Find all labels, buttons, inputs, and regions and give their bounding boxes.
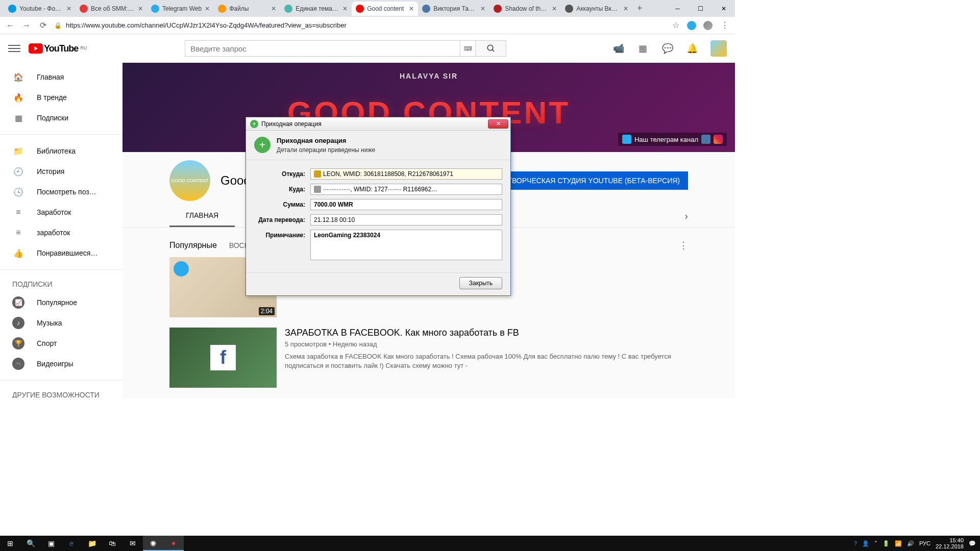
browser-tab[interactable]: Файлы✕ xyxy=(214,2,280,16)
play-icon xyxy=(29,43,43,54)
new-tab-button[interactable]: + xyxy=(632,2,647,16)
history-icon: 🕘 xyxy=(12,167,24,177)
sidebar-item-watchlater[interactable]: 🕓Посмотреть поз… xyxy=(0,182,122,202)
video-description: Схема заработка в FACEBOOK Как много зар… xyxy=(285,352,688,370)
telegram-icon xyxy=(174,261,189,277)
label-from: Откуда: xyxy=(254,168,305,178)
browser-tab-active[interactable]: Good content✕ xyxy=(352,2,418,16)
gamepad-icon: 🎮 xyxy=(12,358,24,370)
dialog-titlebar[interactable]: + Приходная операция ✕ xyxy=(246,117,510,131)
lock-icon: 🔒 xyxy=(54,22,62,29)
menu-icon[interactable]: ⋮ xyxy=(720,20,730,30)
field-to[interactable]: ················, WMID: 1727········ R11… xyxy=(310,184,502,195)
url-input[interactable]: 🔒 https://www.youtube.com/channel/UCcpWJ… xyxy=(54,21,665,29)
sidebar-item-playlist[interactable]: ≡заработок xyxy=(0,222,122,243)
webmoney-dialog: + Приходная операция ✕ + Приходная опера… xyxy=(246,117,511,296)
dialog-close-button[interactable]: ✕ xyxy=(488,119,508,129)
tab-close-icon[interactable]: ✕ xyxy=(552,5,557,12)
field-date[interactable]: 21.12.18 00:10 xyxy=(310,214,502,226)
youtube-header: YouTube RU ⌨ 📹 ▦ 💬 🔔 xyxy=(0,34,735,63)
banner-social-link[interactable]: Наш телеграм канал xyxy=(618,133,727,146)
video-duration: 2:04 xyxy=(259,307,275,315)
tab-close-icon[interactable]: ✕ xyxy=(205,5,210,12)
browser-tab[interactable]: Все об SMM: т…✕ xyxy=(76,2,147,16)
tab-close-icon[interactable]: ✕ xyxy=(138,5,143,12)
window-minimize-icon[interactable]: ─ xyxy=(666,0,689,17)
label-amount: Сумма: xyxy=(254,199,305,208)
video-item[interactable]: f ЗАРАБОТКА В FACEBOOK. Как много зарабо… xyxy=(122,325,735,396)
tabs-next-icon[interactable]: › xyxy=(684,210,688,222)
tab-close-icon[interactable]: ✕ xyxy=(271,5,276,12)
browser-tab[interactable]: Аккаунты Вкон…✕ xyxy=(561,2,632,16)
sidebar-item-playlist[interactable]: ≡Заработок xyxy=(0,202,122,222)
vk-icon xyxy=(701,135,710,144)
browser-tab[interactable]: Youtube - Фор…✕ xyxy=(4,2,76,16)
video-thumbnail[interactable]: f xyxy=(169,328,277,388)
subscriptions-icon: ▦ xyxy=(12,113,24,123)
sidebar-item-trending[interactable]: 🔥В тренде xyxy=(0,87,122,108)
facebook-icon: f xyxy=(210,345,236,370)
label-date: Дата перевода: xyxy=(254,214,305,223)
banner-subtitle: HALAVYA SIR xyxy=(400,72,458,80)
hamburger-icon[interactable] xyxy=(8,42,20,55)
studio-button[interactable]: ТВОРЧЕСКАЯ СТУДИЯ YOUTUBE (БЕТА-ВЕРСИЯ) xyxy=(499,171,688,190)
browser-tab[interactable]: Единая тема п…✕ xyxy=(280,2,352,16)
nav-reload-icon[interactable]: ⟳ xyxy=(38,20,48,30)
tab-close-icon[interactable]: ✕ xyxy=(342,5,348,12)
sidebar-item-gaming[interactable]: 🎮Видеоигры xyxy=(0,354,122,374)
user-avatar[interactable] xyxy=(710,40,727,57)
sidebar-item-liked[interactable]: 👍Понравившиеся… xyxy=(0,243,122,263)
keyboard-icon[interactable]: ⌨ xyxy=(460,40,476,57)
sidebar-item-home[interactable]: 🏠Главная xyxy=(0,67,122,87)
sidebar-item-library[interactable]: 📁Библиотека xyxy=(0,141,122,161)
browser-tab[interactable]: Shadow of the…✕ xyxy=(489,2,561,16)
section-title: Популярные xyxy=(169,241,217,250)
sidebar-item-sport[interactable]: 🏆Спорт xyxy=(0,333,122,354)
sidebar-item-subscriptions[interactable]: ▦Подписки xyxy=(0,108,122,128)
channel-avatar[interactable]: GOOD CONTENT xyxy=(169,160,210,201)
dialog-subheading: Детали операции приведены ниже xyxy=(277,146,375,154)
video-menu-icon[interactable]: ⋮ xyxy=(679,240,688,251)
window-maximize-icon[interactable]: ☐ xyxy=(689,0,712,17)
tab-close-icon[interactable]: ✕ xyxy=(623,5,628,12)
instagram-icon xyxy=(714,135,723,144)
label-note: Примечание: xyxy=(254,230,305,239)
field-amount[interactable]: 7000.00 WMR xyxy=(310,199,502,210)
apps-icon[interactable]: ▦ xyxy=(637,42,649,55)
video-meta: 5 просмотров • Неделю назад xyxy=(285,340,688,348)
messages-icon[interactable]: 💬 xyxy=(662,42,674,55)
url-text: https://www.youtube.com/channel/UCcpWJzr… xyxy=(66,21,347,29)
search-button[interactable] xyxy=(476,40,506,57)
field-note[interactable]: LeonGaming 22383024 xyxy=(310,230,502,260)
like-icon: 👍 xyxy=(12,248,24,258)
dialog-heading: Приходная операция xyxy=(277,137,375,144)
youtube-logo[interactable]: YouTube RU xyxy=(29,43,87,54)
extension-icon[interactable] xyxy=(687,21,696,30)
search-input[interactable] xyxy=(185,40,460,57)
playlist-icon: ≡ xyxy=(12,228,24,237)
tab-home[interactable]: ГЛАВНАЯ xyxy=(169,205,235,227)
window-close-icon[interactable]: ✕ xyxy=(712,0,735,17)
sidebar-item-history[interactable]: 🕘История xyxy=(0,161,122,182)
browser-tab[interactable]: Telegram Web✕ xyxy=(147,2,214,16)
nav-forward-icon[interactable]: → xyxy=(21,21,32,30)
profile-icon[interactable] xyxy=(703,21,713,30)
sidebar-item-music[interactable]: ♪Музыка xyxy=(0,313,122,333)
field-from[interactable]: LEON, WMID: 306181188508, R212678061971 xyxy=(310,168,502,180)
plus-icon: + xyxy=(250,120,258,128)
star-icon[interactable]: ☆ xyxy=(671,20,681,30)
tab-close-icon[interactable]: ✕ xyxy=(480,5,485,12)
purse-icon xyxy=(314,170,321,178)
nav-back-icon[interactable]: ← xyxy=(5,21,15,30)
clock-icon: 🕓 xyxy=(12,187,24,197)
search-icon xyxy=(486,44,496,53)
telegram-icon xyxy=(622,135,631,144)
create-icon[interactable]: 📹 xyxy=(612,42,625,55)
sidebar-item-popular[interactable]: 📈Популярное xyxy=(0,292,122,313)
tab-close-icon[interactable]: ✕ xyxy=(66,5,71,12)
browser-tab[interactable]: Виктория Тара…✕ xyxy=(418,2,489,16)
close-button[interactable]: Закрыть xyxy=(459,277,502,289)
plus-icon: + xyxy=(254,137,271,153)
tab-close-icon[interactable]: ✕ xyxy=(409,5,414,12)
notifications-icon[interactable]: 🔔 xyxy=(686,42,698,55)
